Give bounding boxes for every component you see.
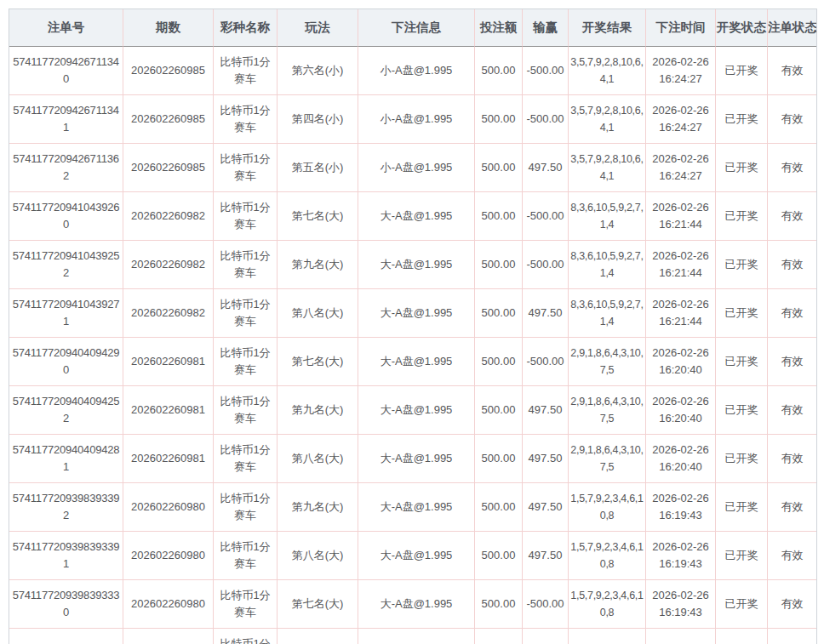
cell-order_status: 有效 [768, 435, 816, 483]
cell-period: 202602260980 [123, 532, 214, 580]
cell-order_id: 5741177209410439260 [9, 192, 123, 241]
cell-play: 第五名(小) [278, 144, 358, 192]
cell-bet_info: 大-A盘@1.995 [358, 192, 475, 241]
table-row: 5741177209404094252202602260981比特币1分赛车第九… [9, 386, 816, 435]
column-header-result: 开奖结果 [569, 9, 646, 47]
column-header-lottery: 彩种名称 [214, 9, 278, 47]
cell-play: 第四名(小) [278, 95, 358, 144]
cell-result: 2,9,1,8,6,4,3,10,7,5 [569, 435, 646, 483]
table-row: 5741177209426711362202602260985比特币1分赛车第五… [9, 144, 816, 192]
column-header-order_id: 注单号 [9, 9, 123, 47]
cell-amount: 500.00 [475, 435, 523, 483]
cell-order_id: 5741177209404094252 [9, 386, 123, 435]
cell-order_status: 有效 [768, 289, 816, 338]
cell-draw_status: 已开奖 [716, 47, 768, 95]
cell-win_loss: -500.00 [523, 47, 569, 95]
table-row: 574117720939093202602260979比特币1分赛车冠军(大)大… [9, 629, 816, 644]
cell-period: 202602260985 [123, 144, 214, 192]
column-header-order_status: 注单状态 [768, 9, 816, 47]
cell-play: 第九名(大) [278, 483, 358, 532]
table-row: 5741177209410439271202602260982比特币1分赛车第八… [9, 289, 816, 338]
table-header-row: 注单号期数彩种名称玩法下注信息投注额输赢开奖结果下注时间开奖状态注单状态 [9, 9, 816, 47]
cell-bet_time: 2026-02-26 16:19:43 [646, 483, 716, 532]
cell-order_id: 5741177209398393391 [9, 532, 123, 580]
cell-period: 202602260981 [123, 338, 214, 386]
cell-order_id: 5741177209410439252 [9, 241, 123, 289]
cell-bet_info: 小-A盘@1.995 [358, 95, 475, 144]
bet-table-body: 5741177209426711340202602260985比特币1分赛车第六… [9, 47, 816, 644]
cell-result: 1,5,7,9,2,3,4,6,10,8 [569, 580, 646, 629]
cell-play: 第八名(大) [278, 289, 358, 338]
table-row: 5741177209398393392202602260980比特币1分赛车第九… [9, 483, 816, 532]
column-header-play: 玩法 [278, 9, 358, 47]
cell-bet_time: 2026-02-26 16:24:27 [646, 47, 716, 95]
cell-draw_status: 已开奖 [716, 192, 768, 241]
cell-draw_status: 已开奖 [716, 144, 768, 192]
cell-draw_status: 已开奖 [716, 629, 768, 644]
cell-order_id: 5741177209398393392 [9, 483, 123, 532]
table-row: 5741177209410439252202602260982比特币1分赛车第九… [9, 241, 816, 289]
cell-period: 202602260981 [123, 386, 214, 435]
cell-play: 第九名(大) [278, 386, 358, 435]
cell-lottery: 比特币1分赛车 [214, 386, 278, 435]
cell-bet_time: 2026-02-26 16:24:27 [646, 95, 716, 144]
cell-win_loss: -500.00 [523, 95, 569, 144]
cell-bet_info: 大-A盘@1.995 [358, 629, 475, 644]
cell-result: 3,5,7,9,2,8,10,6,4,1 [569, 47, 646, 95]
cell-play: 第七名(大) [278, 192, 358, 241]
cell-result: 2,9,1,8,6,4,3,10,7,5 [569, 386, 646, 435]
cell-amount: 500.00 [475, 532, 523, 580]
cell-order_status: 有效 [768, 629, 816, 644]
cell-order_id: 5741177209404094281 [9, 435, 123, 483]
cell-win_loss: -500.00 [523, 192, 569, 241]
cell-win_loss: -500.00 [523, 580, 569, 629]
cell-lottery: 比特币1分赛车 [214, 435, 278, 483]
cell-period: 202602260985 [123, 47, 214, 95]
table-row: 5741177209404094290202602260981比特币1分赛车第七… [9, 338, 816, 386]
bet-table-head: 注单号期数彩种名称玩法下注信息投注额输赢开奖结果下注时间开奖状态注单状态 [9, 9, 816, 47]
cell-order_status: 有效 [768, 483, 816, 532]
cell-order_status: 有效 [768, 192, 816, 241]
cell-amount: 500.00 [475, 580, 523, 629]
cell-lottery: 比特币1分赛车 [214, 532, 278, 580]
cell-play: 第八名(大) [278, 435, 358, 483]
table-row: 5741177209410439260202602260982比特币1分赛车第七… [9, 192, 816, 241]
cell-order_id: 5741177209426711340 [9, 47, 123, 95]
cell-win_loss: 497.50 [523, 483, 569, 532]
cell-bet_info: 大-A盘@1.995 [358, 338, 475, 386]
cell-result: 8,3,6,10,5,9,2,7,1,4 [569, 289, 646, 338]
cell-result: 8,3,6,10,5,9,2,7,1,4 [569, 241, 646, 289]
cell-order_status: 有效 [768, 241, 816, 289]
cell-bet_info: 小-A盘@1.995 [358, 47, 475, 95]
table-row: 5741177209426711341202602260985比特币1分赛车第四… [9, 95, 816, 144]
cell-win_loss: 497.50 [523, 144, 569, 192]
cell-period: 202602260985 [123, 95, 214, 144]
cell-lottery: 比特币1分赛车 [214, 483, 278, 532]
cell-bet_info: 大-A盘@1.995 [358, 483, 475, 532]
table-row: 5741177209398393391202602260980比特币1分赛车第八… [9, 532, 816, 580]
cell-period: 202602260981 [123, 435, 214, 483]
cell-result: 8,3,6,10,5,9,2,7,1,4 [569, 192, 646, 241]
cell-bet_time: 2026-02-26 16:24:27 [646, 144, 716, 192]
cell-draw_status: 已开奖 [716, 289, 768, 338]
cell-bet_time: 2026-02-26 16:21:44 [646, 192, 716, 241]
column-header-bet_info: 下注信息 [358, 9, 475, 47]
cell-bet_time: 2026-02-26 16:20:40 [646, 338, 716, 386]
column-header-period: 期数 [123, 9, 214, 47]
cell-order_status: 有效 [768, 47, 816, 95]
cell-period: 202602260982 [123, 289, 214, 338]
cell-play: 第七名(大) [278, 580, 358, 629]
cell-draw_status: 已开奖 [716, 95, 768, 144]
cell-draw_status: 已开奖 [716, 532, 768, 580]
column-header-bet_time: 下注时间 [646, 9, 716, 47]
cell-draw_status: 已开奖 [716, 241, 768, 289]
cell-order_status: 有效 [768, 386, 816, 435]
bet-records-table: 注单号期数彩种名称玩法下注信息投注额输赢开奖结果下注时间开奖状态注单状态 574… [9, 9, 817, 644]
cell-draw_status: 已开奖 [716, 338, 768, 386]
cell-lottery: 比特币1分赛车 [214, 289, 278, 338]
cell-bet_time: 2026-02-26 16:20:40 [646, 386, 716, 435]
cell-period: 202602260982 [123, 192, 214, 241]
cell-order_status: 有效 [768, 532, 816, 580]
cell-play: 第八名(大) [278, 532, 358, 580]
table-row: 5741177209398393330202602260980比特币1分赛车第七… [9, 580, 816, 629]
